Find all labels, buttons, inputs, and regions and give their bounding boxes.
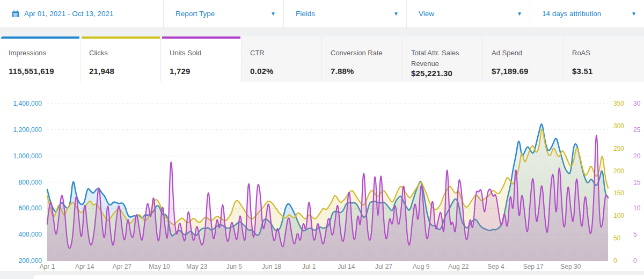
x-axis-label: Sep 17	[523, 263, 544, 270]
y-axis-label-clicks: 150	[613, 189, 624, 197]
advertising-dashboard: Apr 01, 2021 - Oct 13, 2021 Report Type …	[0, 0, 644, 279]
y-axis-label-units-sold: 0	[633, 257, 637, 265]
metric-label: Clicks	[80, 39, 160, 58]
filters-toolbar: Apr 01, 2021 - Oct 13, 2021 Report Type …	[0, 0, 644, 28]
view-label: View	[419, 10, 434, 18]
report-type-label: Report Type	[175, 10, 215, 18]
calendar-icon	[12, 10, 19, 18]
y-axis-label-impressions: 800,000	[19, 179, 42, 186]
x-axis-label: Apr 27	[113, 263, 132, 270]
y-axis-label-units-sold: 15	[633, 179, 641, 186]
x-axis-label: Jun 5	[226, 263, 243, 270]
y-axis-label-impressions: 400,000	[19, 231, 42, 238]
metric-value: $3.51	[564, 67, 644, 76]
y-axis-label-units-sold: 30	[633, 100, 641, 107]
x-axis-label: Aug 22	[448, 263, 469, 270]
metric-label: Conversion Rate	[322, 39, 402, 58]
x-axis-label: May 10	[149, 263, 170, 270]
attribution-label: 14 days attribution	[542, 10, 601, 18]
y-axis-label-units-sold: 5	[633, 231, 637, 238]
metric-tab-total-attr-sales-revenue[interactable]: Total Attr. Sales Revenue $25,221.30	[402, 36, 483, 82]
x-axis-label: Apr 14	[75, 263, 94, 270]
metric-value: 1,729	[161, 67, 241, 76]
metric-tab-roas[interactable]: RoAS $3.51	[564, 36, 644, 82]
spacer	[0, 28, 644, 36]
date-range-picker[interactable]: Apr 01, 2021 - Oct 13, 2021	[0, 0, 163, 27]
metric-label: Total Attr. Sales Revenue	[402, 39, 482, 69]
metric-tab-ad-spend[interactable]: Ad Spend $7,189.69	[483, 36, 564, 82]
y-axis-label-units-sold: 25	[633, 126, 641, 134]
chevron-down-icon: ▼	[513, 11, 522, 17]
x-axis-label: Aug 9	[413, 263, 430, 270]
x-axis-label: May 23	[186, 263, 208, 270]
metric-value: 21,948	[80, 67, 160, 76]
x-axis-label: Jun 18	[262, 263, 281, 270]
fields-label: Fields	[296, 10, 315, 18]
metric-value: $25,221.30	[402, 69, 482, 78]
y-axis-label-units-sold: 10	[633, 204, 641, 212]
y-axis-label-clicks: 0	[613, 257, 617, 265]
metric-value: 7.88%	[322, 67, 402, 76]
y-axis-label-clicks: 100	[613, 212, 624, 219]
metric-label: CTR	[241, 39, 321, 58]
chart-card: 1,400,0001,200,0001,000,000800,000600,00…	[0, 82, 644, 271]
x-axis-label: Jul 27	[375, 263, 392, 270]
x-axis-label: Jul 1	[302, 263, 316, 270]
y-axis-label-clicks: 250	[613, 145, 624, 152]
metric-label: Units Sold	[161, 39, 241, 58]
metric-tab-conversion-rate[interactable]: Conversion Rate 7.88%	[322, 36, 402, 82]
metric-label: Ad Spend	[483, 39, 563, 58]
y-axis-label-impressions: 200,000	[19, 257, 42, 265]
metric-label: RoAS	[564, 39, 644, 58]
y-axis-label-impressions: 600,000	[19, 204, 42, 212]
next-card-edge	[33, 275, 644, 279]
time-series-chart[interactable]: 1,400,0001,200,0001,000,000800,000600,00…	[0, 82, 644, 271]
date-range-label: Apr 01, 2021 - Oct 13, 2021	[24, 10, 114, 18]
metric-tab-impressions[interactable]: Impressions 115,551,619	[0, 36, 80, 82]
metric-tabs: Impressions 115,551,619 Clicks 21,948 Un…	[0, 36, 644, 82]
fields-dropdown[interactable]: Fields ▼	[283, 0, 406, 27]
page-background	[0, 271, 644, 279]
metric-value: 115,551,619	[0, 67, 80, 76]
y-axis-label-units-sold: 20	[633, 152, 641, 160]
metric-label: Impressions	[0, 39, 80, 58]
y-axis-label-clicks: 50	[613, 234, 621, 242]
y-axis-label-impressions: 1,200,000	[13, 126, 42, 134]
metric-tab-units-sold[interactable]: Units Sold 1,729	[161, 36, 241, 82]
y-axis-label-clicks: 300	[613, 122, 624, 130]
y-axis-label-clicks: 350	[613, 100, 624, 107]
y-axis-label-impressions: 1,400,000	[13, 100, 42, 107]
y-axis-label-impressions: 1,000,000	[13, 152, 42, 160]
y-axis-label-clicks: 200	[613, 167, 624, 175]
x-axis-label: Apr 1	[40, 263, 55, 270]
metric-tab-clicks[interactable]: Clicks 21,948	[80, 36, 161, 82]
x-axis-label: Sep 30	[560, 263, 581, 270]
x-axis-label: Jul 14	[338, 263, 355, 270]
metric-value: 0.02%	[241, 67, 321, 76]
attribution-dropdown[interactable]: 14 days attribution ▼	[530, 0, 644, 27]
report-type-dropdown[interactable]: Report Type ▼	[163, 0, 283, 27]
metric-value: $7,189.69	[483, 67, 563, 76]
chevron-down-icon: ▼	[627, 11, 636, 17]
chevron-down-icon: ▼	[266, 11, 276, 17]
chevron-down-icon: ▼	[389, 11, 399, 17]
x-axis-label: Sep 4	[487, 263, 504, 270]
view-dropdown[interactable]: View ▼	[406, 0, 530, 27]
metric-tab-ctr[interactable]: CTR 0.02%	[241, 36, 322, 82]
